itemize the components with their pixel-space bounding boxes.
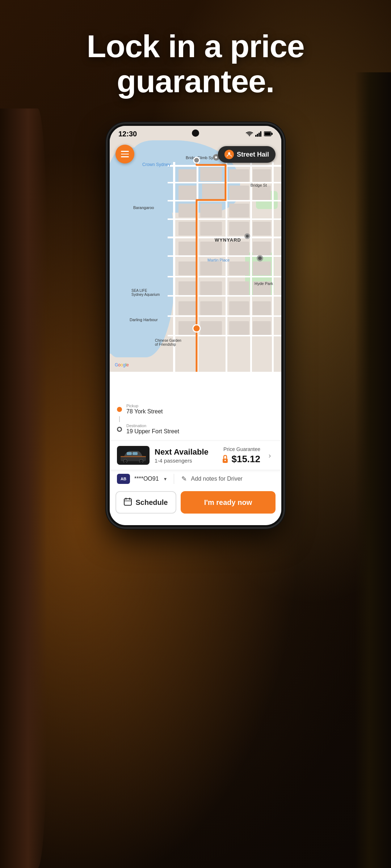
road-h8 bbox=[168, 295, 281, 297]
status-time: 12:30 bbox=[118, 130, 137, 138]
google-logo: Google bbox=[115, 362, 129, 367]
road-h10 bbox=[168, 335, 281, 336]
street-hail-button[interactable]: Street Hail bbox=[218, 146, 276, 163]
svg-point-21 bbox=[140, 460, 142, 462]
block-15 bbox=[253, 222, 271, 235]
camera-notch bbox=[192, 129, 199, 137]
block-20 bbox=[178, 261, 197, 275]
dropdown-arrow-icon[interactable]: ▾ bbox=[164, 476, 167, 482]
pickup-value[interactable]: 78 York Street bbox=[126, 408, 274, 415]
map-area: Crown Sydney Barangaroo WYNYARD Martin P… bbox=[110, 126, 281, 372]
block-25 bbox=[200, 281, 222, 295]
ride-capacity: 1-4 passengers bbox=[155, 458, 216, 464]
svg-rect-5 bbox=[272, 133, 273, 135]
svg-point-24 bbox=[224, 460, 226, 461]
block-19 bbox=[253, 242, 271, 255]
menu-button[interactable] bbox=[115, 145, 134, 163]
ready-now-button[interactable]: I'm ready now bbox=[181, 491, 276, 514]
action-buttons: Schedule I'm ready now bbox=[110, 488, 281, 519]
person-icon bbox=[224, 150, 234, 159]
road-castlereagh bbox=[272, 162, 274, 372]
ride-name: Next Available bbox=[155, 447, 216, 457]
svg-point-20 bbox=[125, 460, 126, 462]
block-16 bbox=[178, 242, 197, 255]
label-wynyard: WYNYARD bbox=[215, 237, 241, 243]
block-13 bbox=[200, 222, 222, 235]
road-h9 bbox=[168, 315, 281, 317]
status-icons bbox=[246, 131, 273, 137]
destination-value[interactable]: 19 Upper Fort Street bbox=[126, 428, 274, 435]
block-21 bbox=[200, 261, 222, 275]
block-30 bbox=[229, 301, 249, 315]
block-5 bbox=[178, 204, 197, 217]
wifi-icon bbox=[246, 131, 253, 137]
label-martin: Martin Place bbox=[207, 258, 230, 262]
notes-text[interactable]: Add notes for Driver bbox=[191, 476, 243, 482]
edit-icon[interactable]: ✎ bbox=[181, 475, 187, 483]
price-label: Price Guarantee bbox=[221, 446, 260, 452]
block-33 bbox=[200, 321, 222, 335]
block-8 bbox=[229, 186, 249, 200]
ride-option-card[interactable]: Next Available 1-4 passengers Price Guar… bbox=[110, 441, 281, 470]
road-clarence bbox=[197, 162, 198, 372]
block-7 bbox=[229, 169, 249, 182]
ready-label: I'm ready now bbox=[204, 498, 252, 507]
destination-dot bbox=[117, 427, 122, 432]
label-sealife: SEA LIFESydney Aquarium bbox=[131, 289, 160, 297]
block-6 bbox=[200, 204, 222, 217]
block-2 bbox=[200, 167, 222, 181]
pickup-text: Pickup 78 York Street bbox=[126, 404, 274, 415]
road-h1 bbox=[168, 165, 281, 167]
block-3 bbox=[178, 186, 198, 200]
account-number[interactable]: ****OO91 bbox=[134, 476, 159, 482]
block-23 bbox=[253, 261, 271, 275]
svg-rect-0 bbox=[255, 135, 257, 137]
label-chinese: Chinese Gardenof Friendship bbox=[155, 339, 181, 346]
block-18 bbox=[229, 242, 249, 255]
block-26 bbox=[229, 281, 249, 295]
label-darling: Darling Harbour bbox=[130, 318, 158, 322]
label-hyde: Hyde Park bbox=[255, 281, 273, 286]
road-george bbox=[226, 162, 227, 372]
schedule-label: Schedule bbox=[135, 498, 168, 507]
phone-frame: 12:30 bbox=[107, 123, 284, 528]
calendar-icon bbox=[124, 498, 132, 507]
block-12 bbox=[178, 222, 197, 235]
bottom-panel: Pickup 78 York Street Destination 19 Upp… bbox=[110, 395, 281, 525]
svg-rect-3 bbox=[260, 131, 262, 137]
label-bridge-st: Bridge St bbox=[251, 183, 267, 187]
chevron-right-icon: › bbox=[265, 451, 274, 460]
road-pitt bbox=[250, 162, 252, 372]
svg-point-14 bbox=[228, 152, 230, 154]
destination-text: Destination 19 Upper Fort Street bbox=[126, 424, 274, 435]
payment-row: AB ****OO91 ▾ ✎ Add notes for Driver bbox=[110, 470, 281, 488]
svg-rect-16 bbox=[127, 452, 132, 455]
svg-rect-25 bbox=[124, 499, 131, 505]
svg-rect-22 bbox=[121, 456, 146, 457]
block-29 bbox=[200, 301, 222, 315]
car-interior-right bbox=[355, 72, 391, 868]
price-value: $15.12 bbox=[221, 454, 260, 465]
svg-rect-6 bbox=[265, 132, 271, 136]
destination-field: Destination 19 Upper Fort Street bbox=[117, 421, 274, 438]
road-h3 bbox=[168, 200, 281, 201]
vertical-divider bbox=[174, 474, 174, 484]
ride-info: Next Available 1-4 passengers bbox=[155, 447, 216, 464]
road-h6 bbox=[168, 255, 281, 257]
headline-text: Lock in a price guarantee. bbox=[0, 29, 391, 99]
block-35 bbox=[253, 321, 271, 335]
label-barangaroo: Barangaroo bbox=[133, 205, 154, 210]
trip-fields: Pickup 78 York Street Destination 19 Upp… bbox=[110, 395, 281, 441]
price-block: Price Guarantee $15.12 bbox=[221, 446, 260, 465]
signal-icon bbox=[255, 131, 262, 137]
label-crown: Crown Sydney bbox=[142, 162, 171, 167]
road-h7 bbox=[168, 276, 281, 277]
wynyard-pin bbox=[244, 233, 251, 240]
block-1 bbox=[178, 169, 197, 182]
block-11 bbox=[253, 186, 271, 200]
svg-point-7 bbox=[215, 156, 217, 158]
schedule-button[interactable]: Schedule bbox=[115, 491, 176, 514]
block-17 bbox=[200, 242, 222, 255]
street-hail-label: Street Hail bbox=[237, 151, 269, 158]
car-thumbnail bbox=[117, 446, 150, 465]
